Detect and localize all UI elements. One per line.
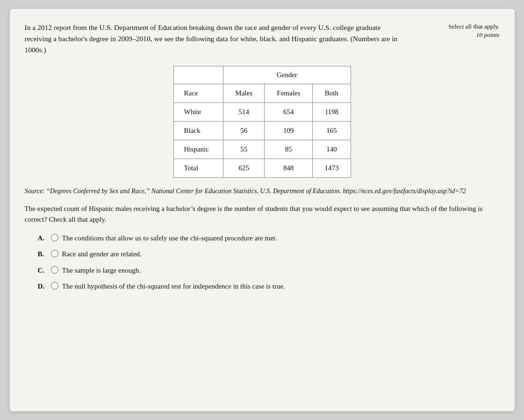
option-c-radio[interactable]: [51, 266, 58, 274]
gender-header-row: Gender: [173, 66, 351, 84]
intro-text: In a 2012 report from the U.S. Departmen…: [25, 22, 408, 56]
select-all-label: Select all that apply.: [425, 23, 500, 30]
black-females-cell: 109: [265, 122, 313, 140]
females-col-header: Females: [265, 84, 313, 103]
option-b-text: Race and gender are related.: [62, 249, 500, 260]
main-card: In a 2012 report from the U.S. Departmen…: [10, 9, 515, 411]
hispanic-females-cell: 85: [265, 140, 313, 159]
white-males-cell: 514: [223, 103, 264, 122]
option-a-radio[interactable]: [51, 234, 58, 241]
option-c-letter: C.: [38, 265, 51, 276]
option-d-text: The null hypothesis of the chi-squared t…: [62, 281, 500, 292]
points-label: 10 points: [425, 31, 500, 39]
total-both-cell: 1473: [313, 159, 351, 178]
black-males-cell: 56: [223, 122, 264, 140]
option-d-radio[interactable]: [51, 282, 58, 290]
option-d: D. The null hypothesis of the chi-square…: [38, 281, 500, 292]
data-table: Gender Race Males Females Both White 514…: [173, 66, 351, 178]
meta-info: Select all that apply. 10 points: [425, 22, 500, 39]
race-col-header: Race: [173, 84, 223, 103]
total-race-cell: Total: [173, 159, 223, 178]
hispanic-males-cell: 55: [223, 140, 264, 159]
hispanic-both-cell: 140: [313, 140, 351, 159]
table-row: Hispanic 55 85 140: [173, 140, 351, 159]
option-b: B. Race and gender are related.: [38, 249, 500, 260]
empty-cell: [173, 66, 223, 84]
table-row: Black 56 109 165: [173, 122, 351, 140]
options-list: A. The conditions that allow us to safel…: [38, 233, 500, 292]
table-row: Total 625 848 1473: [173, 159, 351, 178]
black-race-cell: Black: [173, 122, 223, 140]
header-row: In a 2012 report from the U.S. Departmen…: [25, 22, 500, 56]
source-text: Source: “Degrees Conferred by Sex and Ra…: [25, 186, 500, 196]
option-a: A. The conditions that allow us to safel…: [38, 233, 500, 244]
males-col-header: Males: [223, 84, 264, 103]
column-header-row: Race Males Females Both: [173, 84, 351, 103]
option-d-letter: D.: [38, 281, 51, 292]
total-males-cell: 625: [223, 159, 264, 178]
hispanic-race-cell: Hispanic: [173, 140, 223, 159]
option-b-radio[interactable]: [51, 250, 58, 257]
white-race-cell: White: [173, 103, 223, 122]
option-a-letter: A.: [38, 233, 51, 244]
total-females-cell: 848: [265, 159, 313, 178]
option-c: C. The sample is large enough.: [38, 265, 500, 276]
white-both-cell: 1198: [313, 103, 351, 122]
both-col-header: Both: [313, 84, 351, 103]
option-b-letter: B.: [38, 249, 51, 260]
table-row: White 514 654 1198: [173, 103, 351, 122]
table-container: Gender Race Males Females Both White 514…: [25, 66, 500, 178]
option-a-text: The conditions that allow us to safely u…: [62, 233, 500, 244]
option-c-text: The sample is large enough.: [62, 265, 500, 276]
question-text: The expected count of Hispanic males rec…: [25, 203, 500, 225]
gender-header-cell: Gender: [223, 66, 351, 84]
white-females-cell: 654: [265, 103, 313, 122]
black-both-cell: 165: [313, 122, 351, 140]
